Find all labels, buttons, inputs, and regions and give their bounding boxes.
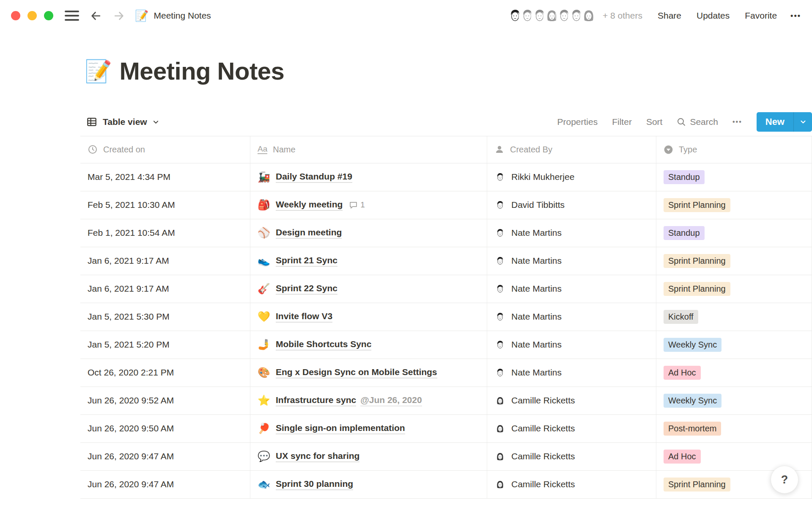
type-badge[interactable]: Weekly Sync: [664, 338, 721, 352]
type-badge[interactable]: Sprint Planning: [664, 254, 730, 268]
page-link[interactable]: Sprint 22 Sync: [276, 283, 337, 295]
created-on-cell[interactable]: Jan 5, 2021 5:30 PM: [80, 303, 250, 331]
name-cell[interactable]: 🎨 Eng x Design Sync on Mobile Settings: [250, 359, 487, 387]
page-link[interactable]: UX sync for sharing: [276, 451, 359, 462]
type-cell[interactable]: Ad Hoc: [656, 359, 812, 387]
view-more-button[interactable]: •••: [732, 118, 742, 126]
type-badge[interactable]: Post-mortem: [664, 422, 721, 436]
created-by-cell[interactable]: Nate Martins: [487, 303, 656, 331]
column-header-name[interactable]: Aa Name: [250, 136, 487, 163]
type-cell[interactable]: Standup: [656, 163, 812, 191]
new-button[interactable]: New: [757, 112, 793, 132]
more-options-button[interactable]: •••: [790, 11, 801, 20]
favorite-button[interactable]: Favorite: [745, 11, 777, 21]
minimize-window-button[interactable]: [27, 11, 37, 20]
person-icon: [494, 144, 505, 155]
name-cell[interactable]: ⚾ Design meeting: [250, 219, 487, 247]
type-badge[interactable]: Kickoff: [664, 310, 698, 324]
name-cell[interactable]: 🎒 Weekly meeting 1: [250, 191, 487, 219]
new-dropdown-button[interactable]: [793, 112, 812, 132]
name-cell[interactable]: 👟 Sprint 21 Sync: [250, 247, 487, 275]
avatar: [494, 367, 506, 378]
name-cell[interactable]: 🐟 Sprint 30 planning: [250, 471, 487, 498]
type-badge[interactable]: Sprint Planning: [664, 478, 730, 491]
created-on-cell[interactable]: Feb 5, 2021 10:30 AM: [80, 191, 250, 219]
name-cell[interactable]: 💬 UX sync for sharing: [250, 443, 487, 470]
page-link[interactable]: Daily Standup #19: [276, 171, 352, 183]
created-by-cell[interactable]: Nate Martins: [487, 331, 656, 359]
share-button[interactable]: Share: [658, 11, 681, 21]
date-mention[interactable]: @Jun 26, 2020: [360, 395, 422, 406]
forward-button[interactable]: [112, 9, 126, 22]
name-cell[interactable]: ⭐ Infrastructure sync @Jun 26, 2020: [250, 387, 487, 414]
name-cell[interactable]: 🚂 Daily Standup #19: [250, 163, 487, 191]
type-cell[interactable]: Sprint Planning: [656, 247, 812, 275]
page-link[interactable]: Single sign-on implementation: [276, 423, 405, 434]
created-on-cell[interactable]: Jun 26, 2020 9:52 AM: [80, 387, 250, 414]
table-view-switcher[interactable]: Table view: [86, 116, 159, 127]
type-cell[interactable]: Kickoff: [656, 303, 812, 331]
name-cell[interactable]: 💛 Invite flow V3: [250, 303, 487, 331]
column-header-created-on[interactable]: Created on: [80, 136, 250, 163]
page-link[interactable]: Invite flow V3: [276, 311, 332, 323]
column-header-type[interactable]: Type: [656, 136, 812, 163]
type-cell[interactable]: Sprint Planning: [656, 191, 812, 219]
created-on-cell[interactable]: Jan 6, 2021 9:17 AM: [80, 275, 250, 303]
created-on-cell[interactable]: Jun 26, 2020 9:47 AM: [80, 471, 250, 498]
back-button[interactable]: [89, 9, 102, 22]
type-badge[interactable]: Ad Hoc: [664, 450, 701, 464]
type-cell[interactable]: Standup: [656, 219, 812, 247]
created-by-cell[interactable]: Camille Ricketts: [487, 471, 656, 498]
created-by-cell[interactable]: Nate Martins: [487, 275, 656, 303]
type-badge[interactable]: Sprint Planning: [664, 282, 730, 296]
avatar: [494, 255, 506, 267]
type-badge[interactable]: Standup: [664, 226, 705, 240]
created-on-cell[interactable]: Feb 1, 2021 10:54 AM: [80, 219, 250, 247]
search-button[interactable]: Search: [677, 117, 718, 127]
created-by-cell[interactable]: Nate Martins: [487, 247, 656, 275]
type-cell[interactable]: Sprint Planning: [656, 275, 812, 303]
page-link[interactable]: Infrastructure sync: [276, 395, 356, 406]
type-badge[interactable]: Sprint Planning: [664, 198, 730, 212]
created-on-cell[interactable]: Jun 26, 2020 9:47 AM: [80, 443, 250, 470]
page-link[interactable]: Eng x Design Sync on Mobile Settings: [276, 367, 437, 378]
close-window-button[interactable]: [11, 11, 20, 20]
page-link[interactable]: Sprint 30 planning: [276, 479, 353, 490]
sort-button[interactable]: Sort: [646, 117, 663, 127]
created-by-cell[interactable]: Nate Martins: [487, 219, 656, 247]
created-on-cell[interactable]: Jan 5, 2021 5:20 PM: [80, 331, 250, 359]
breadcrumb[interactable]: 📝 Meeting Notes: [135, 10, 211, 21]
type-cell[interactable]: Post-mortem: [656, 415, 812, 442]
page-link[interactable]: Mobile Shortcuts Sync: [276, 339, 371, 351]
created-by-cell[interactable]: Nate Martins: [487, 359, 656, 387]
name-cell[interactable]: 🎸 Sprint 22 Sync: [250, 275, 487, 303]
created-by-cell[interactable]: Rikki Mukherjee: [487, 163, 656, 191]
created-by-cell[interactable]: Camille Ricketts: [487, 387, 656, 414]
page-link[interactable]: Design meeting: [276, 227, 342, 239]
help-button[interactable]: ?: [771, 466, 798, 494]
maximize-window-button[interactable]: [44, 11, 53, 20]
name-cell[interactable]: 🤳 Mobile Shortcuts Sync: [250, 331, 487, 359]
sidebar-toggle-button[interactable]: [65, 11, 79, 21]
type-badge[interactable]: Standup: [664, 170, 705, 184]
properties-button[interactable]: Properties: [557, 117, 598, 127]
type-cell[interactable]: Weekly Sync: [656, 331, 812, 359]
created-on-cell[interactable]: Mar 5, 2021 4:34 PM: [80, 163, 250, 191]
created-by-cell[interactable]: Camille Ricketts: [487, 415, 656, 442]
updates-button[interactable]: Updates: [697, 11, 730, 21]
type-cell[interactable]: Weekly Sync: [656, 387, 812, 414]
type-badge[interactable]: Ad Hoc: [664, 366, 701, 380]
collaborator-avatars[interactable]: [507, 7, 597, 24]
page-link[interactable]: Sprint 21 Sync: [276, 255, 337, 267]
column-header-created-by[interactable]: Created By: [487, 136, 656, 163]
avatar[interactable]: [580, 7, 597, 24]
filter-button[interactable]: Filter: [612, 117, 632, 127]
created-on-cell[interactable]: Oct 26, 2020 2:21 PM: [80, 359, 250, 387]
created-on-cell[interactable]: Jun 26, 2020 9:50 AM: [80, 415, 250, 442]
page-link[interactable]: Weekly meeting: [276, 199, 343, 211]
created-on-cell[interactable]: Jan 6, 2021 9:17 AM: [80, 247, 250, 275]
type-badge[interactable]: Weekly Sync: [664, 394, 721, 408]
created-by-cell[interactable]: David Tibbitts: [487, 191, 656, 219]
name-cell[interactable]: 🏓 Single sign-on implementation: [250, 415, 487, 442]
created-by-cell[interactable]: Camille Ricketts: [487, 443, 656, 470]
